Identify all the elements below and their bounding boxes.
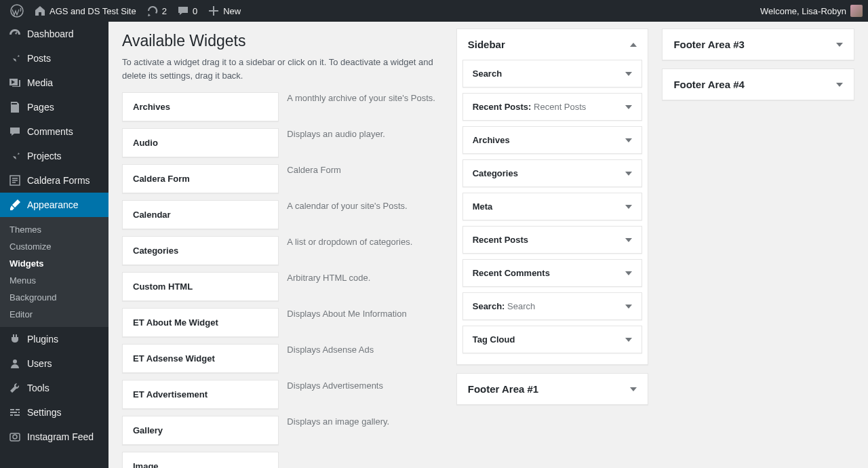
pin-icon [8, 52, 22, 65]
widget-area-header[interactable]: Footer Area #3 [663, 29, 854, 60]
menu-label: Instagram Feed [27, 431, 94, 442]
submenu-item-menus[interactable]: Menus [0, 272, 108, 289]
widget-area-header[interactable]: Footer Area #4 [663, 69, 854, 100]
menu-label: Users [27, 358, 52, 369]
comment-icon [176, 4, 190, 18]
widget-name: Calendar [133, 210, 268, 220]
available-widget[interactable]: Audio [122, 128, 279, 157]
widget-name: Gallery [133, 425, 268, 435]
widget-name: Archives [133, 102, 268, 112]
menu-media[interactable]: Media [0, 71, 108, 95]
available-widget[interactable]: Archives [122, 92, 279, 121]
widget-area-header[interactable]: Sidebar [457, 29, 648, 60]
available-widget[interactable]: Caldera Form [122, 164, 279, 193]
submenu-item-widgets[interactable]: Widgets [0, 255, 108, 272]
wrench-icon [8, 381, 22, 395]
user-menu[interactable]: Welcome, Lisa-Robyn [760, 5, 863, 17]
menu-caldera-forms[interactable]: Caldera Forms [0, 168, 108, 193]
widget-title: Recent Posts [473, 235, 528, 245]
updates-link[interactable]: 2 [141, 0, 172, 22]
area-title: Sidebar [468, 39, 505, 50]
placed-widget[interactable]: Tag Cloud [462, 326, 643, 353]
placed-widget[interactable]: Archives [462, 126, 643, 154]
menu-posts[interactable]: Posts [0, 46, 108, 71]
menu-label: Tools [27, 383, 50, 393]
user-icon [8, 357, 22, 370]
menu-instagram-feed[interactable]: Instagram Feed [0, 425, 108, 449]
menu-dashboard[interactable]: Dashboard [0, 22, 108, 46]
welcome-text: Welcome, Lisa-Robyn [760, 6, 846, 16]
widget-subtitle: Search [507, 301, 535, 311]
placed-widget[interactable]: Recent Posts: Recent Posts [462, 93, 643, 121]
widget-name: ET Advertisement [133, 389, 268, 399]
chevron-down-icon [625, 72, 632, 76]
camera-icon [8, 430, 22, 444]
area-title: Footer Area #4 [673, 79, 744, 90]
menu-comments[interactable]: Comments [0, 119, 108, 144]
submenu-item-themes[interactable]: Themes [0, 221, 108, 238]
menu-appearance[interactable]: Appearance [0, 193, 108, 217]
menu-users[interactable]: Users [0, 351, 108, 376]
media-icon [8, 76, 22, 90]
menu-label: Pages [27, 102, 54, 113]
available-widget[interactable]: ET About Me Widget [122, 308, 279, 337]
submenu-item-editor[interactable]: Editor [0, 306, 108, 323]
widget-description: A list or dropdown of categories. [285, 236, 442, 265]
placed-widget[interactable]: Search [462, 60, 643, 87]
widget-title: Archives [473, 135, 510, 145]
submenu-item-customize[interactable]: Customize [0, 238, 108, 255]
chevron-down-icon [625, 305, 632, 309]
menu-tools[interactable]: Tools [0, 376, 108, 400]
placed-widget[interactable]: Recent Posts [462, 226, 643, 254]
widget-description: A monthly archive of your site's Posts. [285, 92, 442, 121]
available-widget[interactable]: ET Advertisement [122, 380, 279, 409]
menu-projects[interactable]: Projects [0, 144, 108, 168]
widget-name: ET About Me Widget [133, 317, 268, 328]
submenu-item-background[interactable]: Background [0, 289, 108, 306]
chevron-down-icon [625, 338, 632, 342]
pin-icon [8, 149, 22, 163]
available-widget[interactable]: Calendar [122, 200, 279, 229]
available-widget[interactable]: Gallery [122, 416, 279, 445]
menu-settings[interactable]: Settings [0, 400, 108, 425]
available-widget[interactable]: Categories [122, 236, 279, 265]
placed-widget[interactable]: Search: Search [462, 292, 643, 320]
widget-description: Caldera Form [285, 164, 442, 193]
menu-pages[interactable]: Pages [0, 95, 108, 119]
menu-label: Media [27, 77, 53, 88]
chevron-up-icon [630, 43, 637, 47]
comments-link[interactable]: 0 [172, 0, 202, 22]
widget-subtitle: Recent Posts [534, 102, 586, 112]
plug-icon [8, 332, 22, 346]
home-icon [33, 4, 47, 18]
wp-logo[interactable] [5, 0, 28, 22]
widget-name: Custom HTML [133, 281, 268, 292]
sliders-icon [8, 406, 22, 419]
widget-description: A calendar of your site's Posts. [285, 200, 442, 229]
widget-area-header[interactable]: Footer Area #1 [457, 374, 648, 404]
submenu-appearance: ThemesCustomizeWidgetsMenusBackgroundEdi… [0, 217, 108, 327]
menu-label: Posts [27, 53, 51, 64]
new-content-link[interactable]: New [202, 0, 245, 22]
available-widget[interactable]: Image [122, 452, 279, 468]
placed-widget[interactable]: Meta [462, 193, 643, 220]
menu-label: Caldera Forms [27, 175, 90, 186]
widget-title: Categories [473, 168, 518, 178]
available-widget[interactable]: ET Adsense Widget [122, 344, 279, 373]
placed-widget[interactable]: Recent Comments [462, 259, 643, 287]
menu-plugins[interactable]: Plugins [0, 327, 108, 351]
available-widget[interactable]: Custom HTML [122, 272, 279, 301]
widget-areas-col2: Footer Area #3Footer Area #4 [662, 28, 854, 109]
chevron-down-icon [836, 43, 843, 47]
svg-point-2 [13, 359, 17, 364]
chevron-down-icon [625, 172, 632, 176]
admin-sidebar: DashboardPostsMediaPagesCommentsProjects… [0, 22, 108, 468]
admin-bar: AGS and DS Test Site 2 0 New Welcome, Li… [0, 0, 868, 22]
placed-widget[interactable]: Categories [462, 159, 643, 187]
main-content: Available Widgets To activate a widget d… [108, 22, 868, 468]
menu-label: Comments [27, 126, 73, 137]
site-name-link[interactable]: AGS and DS Test Site [28, 0, 141, 22]
chevron-down-icon [836, 83, 843, 87]
widget-title: Tag Cloud [473, 334, 515, 345]
widget-areas-col1: SidebarSearchRecent Posts: Recent PostsA… [456, 28, 649, 413]
